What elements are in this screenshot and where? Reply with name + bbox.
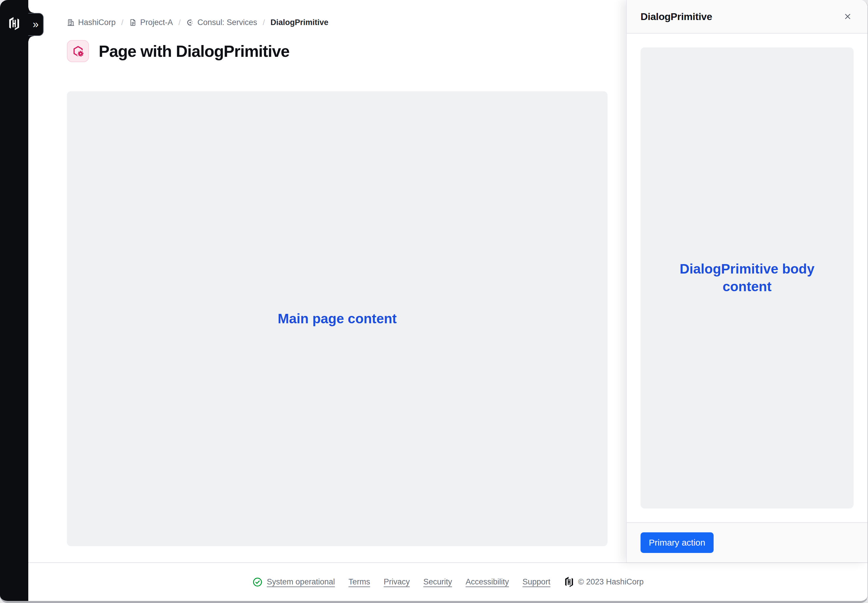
dialog-close-button[interactable] [841,10,854,23]
page-footer: System operational Terms Privacy Securit… [28,562,867,601]
breadcrumb-item-hashicorp[interactable]: HashiCorp [67,18,116,27]
breadcrumb-item-consul-services[interactable]: Consul: Services [186,18,257,27]
footer-row: System operational Terms Privacy Securit… [252,577,644,588]
breadcrumb-label: HashiCorp [78,18,116,27]
breadcrumb-label: DialogPrimitive [270,18,329,27]
copyright-text: © 2023 HashiCorp [578,577,644,586]
dialog-title: DialogPrimitive [640,11,841,22]
consul-icon [186,19,194,26]
app-sidebar [0,0,28,601]
breadcrumb-separator: / [263,18,265,27]
tab-fillet-bottom [28,36,34,41]
dialog-header: DialogPrimitive [627,0,867,34]
system-status-label: System operational [267,577,335,586]
breadcrumb-separator: / [121,18,124,27]
page-title: Page with DialogPrimitive [99,42,289,61]
check-circle-icon [252,577,263,588]
dialog-body: DialogPrimitive body content [627,34,867,522]
app-window: » HashiCorp / Pro [0,0,868,603]
breadcrumb-label: Consul: Services [197,18,257,27]
tab-fillet-top [28,8,34,13]
title-icon-badge [67,40,89,62]
copyright: © 2023 HashiCorp [564,577,644,587]
expand-sidebar-button[interactable]: » [28,13,43,36]
system-status-link[interactable]: System operational [252,577,335,588]
main-column: HashiCorp / Project-A / Consul: [28,0,627,562]
hashicorp-logo-icon [8,17,21,30]
footer-link-terms[interactable]: Terms [349,577,370,586]
dialog-placeholder-text: DialogPrimitive body content [665,260,830,295]
dialog-footer: Primary action [627,522,867,562]
hashicorp-logo-icon [564,577,574,587]
chevrons-right-icon: » [33,19,39,30]
dialog-panel: DialogPrimitive DialogPrimitive body con… [626,0,867,562]
primary-action-button[interactable]: Primary action [640,532,714,553]
org-building-icon [67,19,75,26]
footer-link-support[interactable]: Support [522,577,550,586]
breadcrumb-item-current: DialogPrimitive [270,18,329,27]
page-title-row: Page with DialogPrimitive [67,40,289,62]
main-content-placeholder: Main page content [67,91,608,546]
breadcrumb-item-project-a[interactable]: Project-A [129,18,173,27]
dialog-body-placeholder: DialogPrimitive body content [640,47,854,509]
breadcrumb-separator: / [178,18,181,27]
close-x-icon [843,12,852,21]
file-text-icon [129,19,137,26]
hexagon-gear-icon [71,45,85,58]
main-placeholder-text: Main page content [278,310,397,328]
footer-link-privacy[interactable]: Privacy [384,577,410,586]
footer-link-accessibility[interactable]: Accessibility [465,577,509,586]
breadcrumb: HashiCorp / Project-A / Consul: [67,17,328,28]
footer-link-security[interactable]: Security [423,577,452,586]
breadcrumb-label: Project-A [140,18,173,27]
